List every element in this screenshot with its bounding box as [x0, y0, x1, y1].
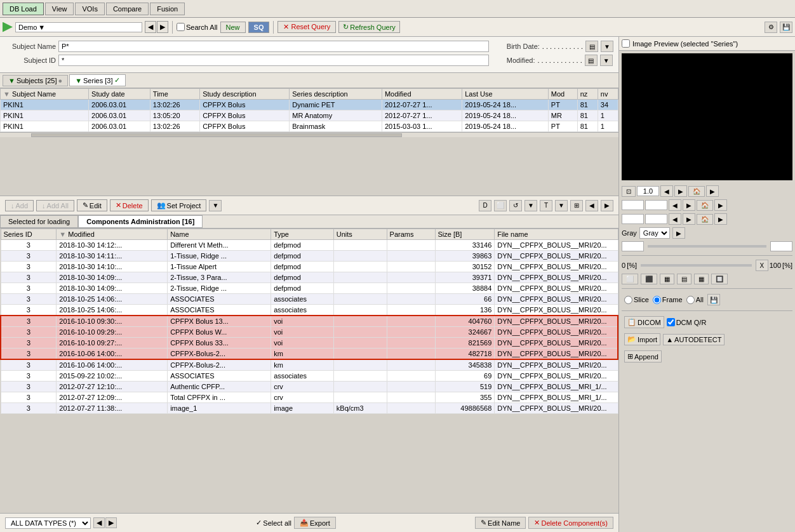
demo-selector[interactable]: Demo ▼ [15, 22, 142, 32]
components-table-outer[interactable]: Series ID ▼ Modified Name Type Units Par… [0, 229, 618, 513]
birth-date-expand[interactable]: ▼ [601, 41, 613, 52]
text-expand[interactable]: ▼ [555, 200, 568, 211]
series-hscroll[interactable] [0, 132, 618, 137]
col-mod[interactable]: Mod [548, 89, 577, 100]
tab-db-load[interactable]: DB Load [3, 3, 44, 15]
row3-icon[interactable]: 🏠 [697, 214, 713, 225]
next-btn2[interactable]: ▶ [601, 200, 613, 211]
row2-icon[interactable]: 🏠 [697, 200, 713, 211]
add-all-button[interactable]: ↓ Add All [36, 200, 74, 211]
x-button[interactable]: X [756, 260, 768, 271]
col-subject[interactable]: ▼ Subject Name [1, 89, 89, 100]
zoom-expand[interactable]: ▶ [706, 185, 719, 197]
col-name[interactable]: Name [168, 229, 271, 240]
zoom-fit-btn[interactable]: ⊡ [622, 186, 636, 197]
dicom-icon-btn[interactable]: ⬜ [494, 200, 507, 211]
component-row[interactable]: 3 2016-10-06 14:00:... CPFPX-Bolus-2... … [1, 349, 618, 360]
row2-input-a[interactable]: 1 [622, 200, 644, 210]
zoom-icon2[interactable]: 🏠 [688, 186, 705, 197]
tab-series[interactable]: ▼ Series [3] ✓ [69, 74, 125, 86]
row3-next[interactable]: ▶ [683, 213, 695, 225]
tab-subjects[interactable]: ▼ Subjects [25] ● [3, 75, 68, 86]
dcm-qr-checkbox[interactable]: DCM Q/R [667, 318, 707, 326]
action-btn-6[interactable]: 🔲 [711, 274, 728, 284]
dicom-button[interactable]: 📋 DICOM [624, 316, 664, 328]
component-row[interactable]: 3 2018-10-30 14:10:... 1-Tissue Alpert d… [1, 262, 618, 272]
row3-input-b[interactable]: 1 [645, 214, 667, 224]
edit-name-button[interactable]: ✎ Edit Name [475, 517, 526, 529]
col-nz[interactable]: nz [577, 89, 598, 100]
data-types-select[interactable]: ALL DATA TYPES (*) [5, 517, 91, 529]
export-button[interactable]: 📤 Export [294, 517, 336, 529]
component-row[interactable]: 3 2018-10-25 14:06:... ASSOCIATES associ… [1, 305, 618, 316]
radio-all[interactable]: All [686, 296, 704, 304]
col-modified[interactable]: Modified [382, 89, 462, 100]
save-right-btn[interactable]: 💾 [707, 294, 720, 305]
col-size[interactable]: Size [B] [435, 229, 495, 240]
action-btn-4[interactable]: ▤ [677, 274, 691, 284]
col-units[interactable]: Units [333, 229, 387, 240]
image-preview-checkbox[interactable] [622, 39, 630, 48]
rotate-btn[interactable]: ↺ [509, 200, 522, 211]
series-row[interactable]: PKIN1 2006.03.01 13:02:26 CPFPX Bolus Dy… [1, 100, 618, 110]
series-row[interactable]: PKIN1 2006.03.01 13:02:26 CPFPX Bolus Br… [1, 121, 618, 132]
prev-arrow[interactable]: ◀ [145, 21, 156, 33]
component-row[interactable]: 3 2015-09-22 10:02:... ASSOCIATES associ… [1, 371, 618, 382]
dicom-btn2[interactable]: D [479, 200, 491, 211]
subject-id-input[interactable] [58, 55, 489, 66]
component-row[interactable]: 3 2012-07-27 12:10:... Authentic CPFP...… [1, 382, 618, 392]
delete-component-button[interactable]: ✕ Delete Component(s) [528, 517, 613, 529]
row3-expand[interactable]: ▶ [714, 213, 727, 225]
row2-input-b[interactable]: 1 [645, 200, 667, 210]
refresh-query-button[interactable]: ↻ Refresh Query [338, 21, 400, 33]
component-row[interactable]: 3 2018-10-30 14:11:... 1-Tissue, Ridge .… [1, 251, 618, 262]
zoom-next[interactable]: ▶ [674, 185, 687, 197]
component-row[interactable]: 3 2018-10-25 14:06:... ASSOCIATES associ… [1, 294, 618, 305]
col-comp-modified[interactable]: ▼ Modified [57, 229, 168, 240]
next-arrow[interactable]: ▶ [157, 21, 168, 33]
tab-vois[interactable]: VOIs [75, 3, 104, 15]
action-btn-5[interactable]: ▦ [694, 274, 709, 284]
col-series-desc[interactable]: Series description [290, 89, 382, 100]
component-row[interactable]: 3 2018-10-30 14:12:... Different Vt Meth… [1, 240, 618, 251]
row3-input-a[interactable]: 1 [622, 214, 644, 224]
delete-button[interactable]: ✕ Delete [110, 199, 149, 211]
component-row[interactable]: 3 2016-10-06 14:00:... CPFPX-Bolus-2... … [1, 359, 618, 371]
more-options-btn[interactable]: ▼ [209, 200, 222, 211]
col-filename[interactable]: File name [495, 229, 618, 240]
save-icon[interactable]: 💾 [780, 22, 792, 33]
pct-slider[interactable] [641, 264, 752, 267]
set-project-button[interactable]: 👥 Set Project [151, 199, 207, 211]
col-type[interactable]: Type [271, 229, 334, 240]
col-time[interactable]: Time [150, 89, 199, 100]
birth-date-icon[interactable]: ▤ [585, 41, 598, 52]
row2-prev[interactable]: ◀ [669, 199, 681, 211]
rotate-expand[interactable]: ▼ [524, 200, 537, 211]
tab-components-admin[interactable]: Components Administration [16] [78, 215, 203, 228]
action-btn-3[interactable]: ▦ [660, 274, 674, 284]
radio-slice[interactable]: Slice [624, 296, 649, 304]
col-params[interactable]: Params [387, 229, 435, 240]
zoom-prev[interactable]: ◀ [660, 185, 673, 197]
edit-button[interactable]: ✎ Edit [77, 199, 107, 211]
add-button[interactable]: ↓ Add [5, 200, 34, 211]
tab-compare[interactable]: Compare [106, 3, 149, 15]
search-all-checkbox[interactable]: Search All [177, 23, 218, 31]
col-last-use[interactable]: Last Use [462, 89, 549, 100]
modified-icon[interactable]: ▤ [585, 55, 598, 66]
new-button[interactable]: New [220, 22, 246, 33]
series-row[interactable]: PKIN1 2006.03.01 13:05:20 CPFPX Bolus MR… [1, 110, 618, 121]
row2-expand[interactable]: ▶ [714, 199, 727, 211]
autodetect-button[interactable]: ▲ AUTODETECT [663, 334, 725, 345]
bottom-prev[interactable]: ◀ [93, 517, 105, 528]
row2-next[interactable]: ▶ [683, 199, 695, 211]
component-row[interactable]: 3 2012-07-27 12:09:... Total CPFPX in ..… [1, 392, 618, 403]
row3-prev[interactable]: ◀ [669, 213, 681, 225]
action-btn-1[interactable]: ⬜ [622, 274, 638, 284]
sq-button[interactable]: SQ [248, 22, 270, 33]
modified-expand[interactable]: ▼ [600, 55, 613, 66]
col-series-id[interactable]: Series ID [1, 229, 57, 240]
subject-name-input[interactable] [58, 41, 489, 52]
col-study-desc[interactable]: Study description [200, 89, 290, 100]
action-btn-2[interactable]: ⬛ [641, 274, 657, 284]
